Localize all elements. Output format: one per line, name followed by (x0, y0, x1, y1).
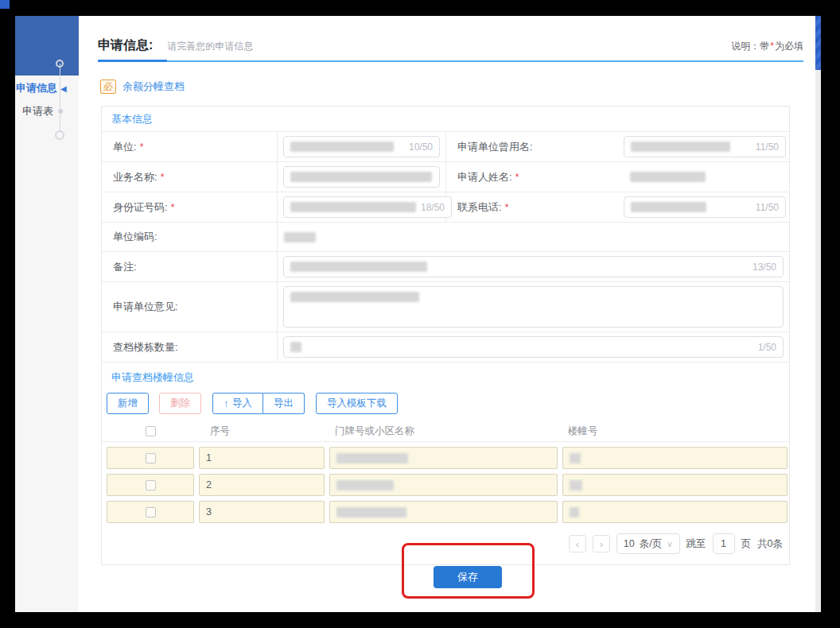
template-download-button[interactable]: 导入模板下载 (316, 393, 398, 414)
page-size-select[interactable]: 10 条/页 ∨ (616, 533, 680, 554)
redacted-value (570, 507, 579, 518)
required-star: * (140, 141, 144, 153)
seq-cell[interactable]: 1 (199, 447, 325, 469)
phone-field-cell: 11/50 (624, 192, 791, 222)
remark-input[interactable]: 13/50 (283, 256, 784, 277)
business-input[interactable] (283, 166, 440, 188)
header-underline-active (98, 60, 167, 62)
business-field-cell (278, 162, 446, 192)
redacted-value (631, 202, 706, 212)
former-name-counter: 11/50 (751, 141, 779, 153)
prev-page-button[interactable]: ‹ (569, 535, 586, 552)
address-cell[interactable] (329, 501, 558, 523)
sidebar-item-apply-info-label: 申请信息 (16, 82, 57, 94)
phone-label: 联系电话:* (446, 192, 624, 222)
save-button[interactable]: 保存 (434, 566, 502, 588)
section-title-basic-info: 基本信息 (102, 107, 789, 131)
sidebar: 申请信息◀ 申请表 (15, 16, 79, 612)
redacted-value (290, 141, 394, 152)
redacted-value (290, 262, 427, 272)
delete-row-button[interactable]: 删除 (159, 393, 201, 414)
address-cell[interactable] (329, 474, 558, 496)
upload-icon: ↑ (224, 398, 228, 409)
import-button[interactable]: ↑导入 (212, 393, 263, 414)
col-header-seq: 序号 (199, 424, 325, 438)
sidebar-item-apply-info[interactable]: 申请信息◀ (16, 81, 67, 95)
seq-cell[interactable]: 2 (199, 474, 325, 496)
add-row-button[interactable]: 新增 (107, 393, 149, 414)
unit-counter: 10/50 (404, 141, 433, 153)
applicant-label: 申请人姓名:* (446, 162, 624, 192)
former-name-label: 申请单位曾用名: (446, 132, 624, 161)
next-page-button[interactable]: › (593, 535, 610, 552)
required-note: 说明：带*为必填 (731, 40, 803, 53)
export-button[interactable]: 导出 (263, 393, 305, 414)
applicant-field-cell (624, 162, 791, 192)
remark-counter: 13/50 (748, 262, 776, 273)
opinion-label: 申请单位意见: (102, 282, 278, 331)
former-name-input[interactable]: 11/50 (624, 136, 786, 157)
collapse-arrow-icon[interactable]: ◀ (60, 84, 67, 93)
id-input[interactable]: 18/50 (283, 196, 452, 218)
building-count-input[interactable]: 1/50 (283, 336, 784, 358)
row-select-cell (107, 474, 194, 496)
redacted-value (570, 453, 581, 463)
phone-counter: 11/50 (751, 202, 779, 213)
opinion-textarea[interactable] (283, 286, 784, 328)
redacted-value (336, 480, 394, 490)
building-table-row: 3 (102, 501, 789, 523)
id-field-cell: 18/50 (278, 192, 446, 222)
page-size-unit: 条/页 (640, 537, 662, 551)
business-label: 业务名称:* (102, 162, 278, 192)
building-no-cell[interactable] (562, 474, 788, 496)
remark-field-cell: 13/50 (278, 252, 789, 281)
header-underline (98, 60, 803, 62)
right-scroll-strip[interactable] (815, 16, 821, 612)
total-count-label: 共0条 (757, 537, 783, 551)
row-checkbox[interactable] (146, 480, 156, 490)
building-table-row: 1 (102, 447, 789, 469)
redacted-value (290, 342, 301, 352)
page-size-value: 10 (624, 538, 635, 549)
business-type-link[interactable]: 余额分幢查档 (122, 79, 185, 94)
seq-cell[interactable]: 3 (199, 501, 325, 523)
col-header-building: 楼幢号 (562, 424, 788, 438)
address-cell[interactable] (329, 447, 558, 469)
opinion-field-cell (278, 282, 789, 331)
remark-label: 备注: (102, 252, 278, 281)
row-checkbox[interactable] (146, 507, 156, 518)
sidebar-item-apply-form[interactable]: 申请表 (22, 104, 53, 118)
redacted-value (290, 172, 432, 182)
building-count-label: 查档楼栋数量: (102, 332, 278, 362)
caret-down-icon: ∨ (667, 540, 672, 549)
page-unit-label: 页 (741, 537, 752, 551)
id-label: 身份证号码:* (102, 192, 278, 222)
redacted-value (570, 480, 582, 490)
required-note-prefix: 说明：带 (731, 41, 769, 52)
select-all-cell (107, 426, 194, 436)
unit-code-label: 单位编码: (102, 223, 278, 251)
redacted-value (290, 292, 419, 302)
jump-page-input[interactable]: 1 (713, 533, 735, 554)
redacted-value (336, 453, 408, 463)
stepper-node-top (56, 60, 64, 68)
building-no-cell[interactable] (562, 447, 788, 469)
stepper-dot (58, 109, 63, 114)
right-strip-accent (815, 16, 821, 70)
sidebar-header-block (15, 16, 79, 76)
application-form: 基本信息 单位:* 10/50 申请单位曾用名: (101, 106, 790, 565)
phone-input[interactable]: 11/50 (624, 196, 786, 218)
unit-input[interactable]: 10/50 (283, 136, 440, 157)
building-no-cell[interactable] (562, 501, 788, 523)
form-row-business: 业务名称:* 申请人姓名:* (102, 161, 789, 192)
unit-code-value (278, 232, 789, 242)
form-row-id: 身份证号码:* 18/50 联系电话:* 11/50 (102, 192, 789, 222)
row-checkbox[interactable] (146, 453, 156, 463)
select-all-checkbox[interactable] (146, 426, 156, 436)
required-star: * (505, 202, 509, 213)
corner-accent (0, 0, 10, 9)
pagination: ‹ › 10 条/页 ∨ 跳至 1 页 共0条 (102, 523, 789, 564)
former-name-field-cell: 11/50 (624, 132, 791, 161)
row-select-cell (107, 501, 194, 523)
main-content: 申请信息: 请完善您的申请信息 说明：带*为必填 必 余额分幢查档 基本信息 单… (79, 16, 815, 612)
